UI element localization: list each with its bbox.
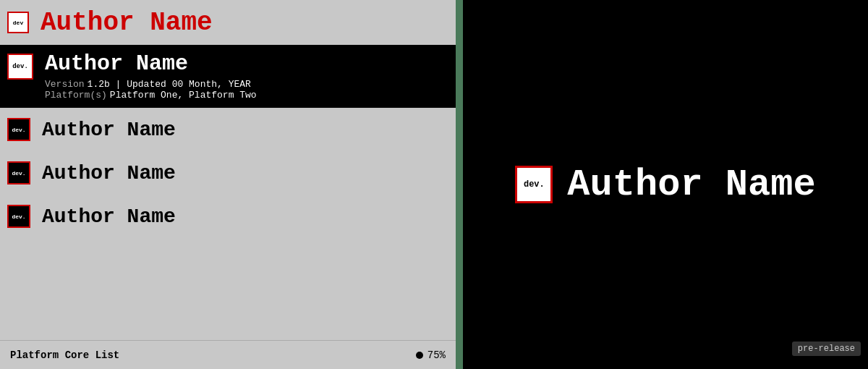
header-row: dev Author Name [0,0,456,45]
right-content: dev. Author Name [515,164,815,206]
dev-badge-list-3: dev. [7,205,30,228]
dev-badge-list-1: dev. [7,118,30,141]
left-panel: dev Author Name dev. Author Name Version… [0,0,456,369]
featured-row[interactable]: dev. Author Name Version 1.2b | Updated … [0,45,456,108]
featured-info: Author Name Version 1.2b | Updated 00 Mo… [45,52,448,101]
featured-meta: Version 1.2b | Updated 00 Month, YEAR Pl… [45,79,448,101]
right-panel: dev. Author Name pre-release [463,0,868,369]
footer-row: Platform Core List 75% [0,340,456,369]
list-item[interactable]: dev. Author Name [0,108,456,151]
prerelease-badge: pre-release [792,342,861,356]
list-item-name-3: Author Name [42,205,176,228]
list-item-name-2: Author Name [42,162,176,184]
dev-badge-right: dev. [515,166,553,203]
list-item[interactable]: dev. Author Name [0,195,456,238]
dev-badge-header: dev [7,12,29,33]
platforms-value: Platform One, Platform Two [110,90,257,101]
version-value: 1.2b | Updated 00 Month, YEAR [88,79,251,90]
list-item-name-1: Author Name [42,119,176,141]
footer-platform: Platform Core List [10,349,119,361]
list-item[interactable]: dev. Author Name [0,151,456,195]
list-area: dev. Author Name dev. Author Name dev. A… [0,108,456,340]
version-row: Version 1.2b | Updated 00 Month, YEAR [45,79,448,90]
footer-progress: 75% [416,349,446,361]
platforms-row: Platform(s) Platform One, Platform Two [45,90,448,101]
dev-badge-featured: dev. [7,54,33,80]
featured-name: Author Name [45,52,448,76]
dev-badge-list-2: dev. [7,161,30,184]
progress-value: 75% [427,349,446,361]
right-author-name: Author Name [567,164,815,206]
panel-divider [456,0,463,369]
progress-dot [416,352,423,359]
header-title: Author Name [41,8,213,38]
version-label: Version [45,79,85,90]
platforms-label: Platform(s) [45,90,107,101]
